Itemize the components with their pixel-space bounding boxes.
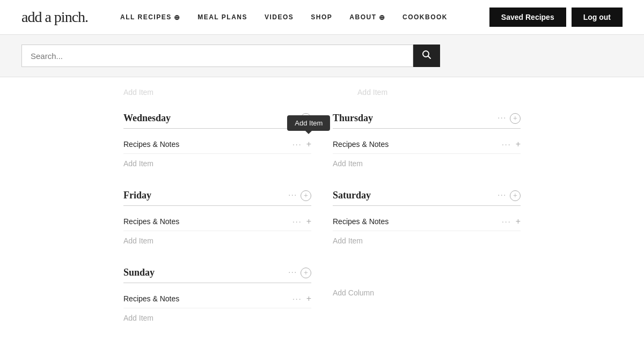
all-recipes-icon: ⊕ <box>174 13 181 21</box>
day-column-thursday: Thursday ··· + Recipes & Notes ··· + Add… <box>333 113 521 168</box>
saturday-add-item[interactable]: Add Item <box>333 236 363 245</box>
friday-dots-icon[interactable]: ··· <box>289 191 298 200</box>
about-icon: ⊕ <box>379 13 386 21</box>
sunday-row-label-0: Recipes & Notes <box>123 294 179 303</box>
day-column-friday: Friday ··· + Recipes & Notes ··· + Add I… <box>123 190 311 246</box>
sunday-row-dots-icon[interactable]: ··· <box>292 294 302 303</box>
thursday-row-0: Recipes & Notes ··· + <box>333 135 521 154</box>
day-column-sunday: Sunday ··· + Recipes & Notes ··· + Add I… <box>123 267 311 323</box>
main-content: Add Item Add Item Wednesday ··· + Recipe… <box>0 77 644 348</box>
friday-row-0: Recipes & Notes ··· + <box>123 212 311 231</box>
search-bar <box>0 35 644 77</box>
saved-recipes-button[interactable]: Saved Recipes <box>489 8 566 27</box>
sunday-row-0: Recipes & Notes ··· + <box>123 290 311 308</box>
saturday-row-icons-0: ··· + <box>502 217 521 226</box>
sunday-row-plus-icon[interactable]: + <box>306 294 311 303</box>
thursday-row-plus-icon[interactable]: + <box>516 139 521 149</box>
friday-actions: ··· + <box>289 190 312 201</box>
nav-cookbook[interactable]: COOKBOOK <box>402 13 448 21</box>
search-button[interactable] <box>413 45 440 67</box>
wednesday-row-dots-icon[interactable]: ··· <box>292 140 302 149</box>
sunday-header: Sunday ··· + <box>123 267 311 283</box>
saturday-row-dots-icon[interactable]: ··· <box>502 217 511 226</box>
add-column-cell: Add Column <box>333 267 521 323</box>
nav-shop[interactable]: SHOP <box>311 13 332 21</box>
sunday-dots-icon[interactable]: ··· <box>289 269 298 277</box>
friday-add-item[interactable]: Add Item <box>123 236 153 245</box>
thursday-add-item[interactable]: Add Item <box>333 159 363 168</box>
wednesday-row-icons-0: ··· + Add Item <box>292 139 311 149</box>
search-icon <box>422 50 431 60</box>
thursday-row-icons-0: ··· + <box>502 139 521 149</box>
nav-actions: Saved Recipes Log out <box>489 8 623 27</box>
faded-add-item-right: Add Item <box>357 88 387 97</box>
friday-row-icons-0: ··· + <box>292 217 311 226</box>
thursday-row-label-0: Recipes & Notes <box>333 140 389 149</box>
thursday-title: Thursday <box>333 113 373 124</box>
saturday-dots-icon[interactable]: ··· <box>498 191 507 200</box>
search-input[interactable] <box>21 45 413 67</box>
wednesday-header: Wednesday ··· + <box>123 113 311 129</box>
nav-meal-plans[interactable]: MEAL PLANS <box>197 13 247 21</box>
sunday-add-item[interactable]: Add Item <box>123 314 153 322</box>
wednesday-row-label-0: Recipes & Notes <box>123 140 179 149</box>
days-grid: Wednesday ··· + Recipes & Notes ··· + Ad… <box>123 113 521 344</box>
sunday-add-circle-icon[interactable]: + <box>301 268 311 278</box>
nav-videos[interactable]: VIDEOS <box>265 13 294 21</box>
nav-all-recipes[interactable]: ALL RECIPES ⊕ <box>120 13 180 21</box>
nav-links: ALL RECIPES ⊕ MEAL PLANS VIDEOS SHOP ABO… <box>120 13 489 21</box>
day-column-wednesday: Wednesday ··· + Recipes & Notes ··· + Ad… <box>123 113 311 168</box>
sunday-title: Sunday <box>123 267 155 278</box>
saturday-header: Saturday ··· + <box>333 190 521 206</box>
site-logo: add a pinch. <box>21 9 88 26</box>
friday-row-plus-icon[interactable]: + <box>306 217 311 226</box>
friday-header: Friday ··· + <box>123 190 311 206</box>
thursday-header: Thursday ··· + <box>333 113 521 129</box>
day-column-saturday: Saturday ··· + Recipes & Notes ··· + Add… <box>333 190 521 246</box>
faded-top-row: Add Item Add Item <box>123 88 521 97</box>
faded-add-item-left: Add Item <box>123 88 153 97</box>
logout-button[interactable]: Log out <box>572 8 623 27</box>
thursday-dots-icon[interactable]: ··· <box>498 114 507 123</box>
thursday-actions: ··· + <box>498 113 521 124</box>
friday-row-label-0: Recipes & Notes <box>123 217 179 226</box>
add-item-tooltip: Add Item <box>287 115 330 131</box>
sunday-actions: ··· + <box>289 268 312 278</box>
thursday-row-dots-icon[interactable]: ··· <box>502 140 511 149</box>
saturday-row-label-0: Recipes & Notes <box>333 217 389 226</box>
saturday-row-0: Recipes & Notes ··· + <box>333 212 521 231</box>
saturday-row-plus-icon[interactable]: + <box>516 217 521 226</box>
wednesday-row-0: Recipes & Notes ··· + Add Item <box>123 135 311 154</box>
friday-title: Friday <box>123 190 151 201</box>
wednesday-tooltip-wrapper: + Add Item <box>306 139 311 149</box>
wednesday-title: Wednesday <box>123 113 171 124</box>
add-column-button[interactable]: Add Column <box>333 288 374 297</box>
wednesday-row-plus-icon[interactable]: + Add Item <box>306 139 311 149</box>
svg-line-1 <box>428 56 431 59</box>
nav-bar: add a pinch. ALL RECIPES ⊕ MEAL PLANS VI… <box>0 0 644 35</box>
sunday-row-icons-0: ··· + <box>292 294 311 303</box>
search-form <box>21 45 440 67</box>
thursday-add-circle-icon[interactable]: + <box>510 113 521 124</box>
saturday-add-circle-icon[interactable]: + <box>510 190 521 201</box>
saturday-actions: ··· + <box>498 190 521 201</box>
saturday-title: Saturday <box>333 190 371 201</box>
friday-row-dots-icon[interactable]: ··· <box>292 217 302 226</box>
nav-about[interactable]: ABOUT ⊕ <box>349 13 385 21</box>
wednesday-add-item[interactable]: Add Item <box>123 159 153 168</box>
friday-add-circle-icon[interactable]: + <box>301 190 311 201</box>
